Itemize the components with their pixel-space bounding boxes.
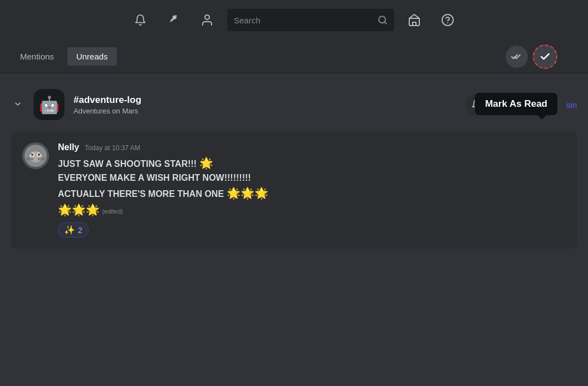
channel-info: #adventure-log Adventures on Mars [74, 95, 457, 115]
message-line2: EVERYONE MAKE A WISH RIGHT NOW!!!!!!!!! [58, 171, 566, 185]
top-bar-right-icons [403, 9, 459, 31]
mark-read-circle-button[interactable] [533, 44, 557, 69]
channel-icon: 🤖 [33, 89, 65, 120]
reaction-container: ✨ 2 [58, 218, 566, 237]
help-button[interactable] [437, 9, 459, 31]
reaction-button[interactable]: ✨ 2 [58, 222, 89, 237]
inbox-icon [408, 13, 421, 27]
mark-read-checkmark-button[interactable] [506, 46, 528, 68]
message-body: Nelly Today at 10:37 AM JUST SAW A SHOOT… [58, 142, 566, 237]
svg-point-14 [35, 158, 37, 160]
double-check-icon [511, 51, 522, 62]
message-line1: JUST SAW A SHOOTING STAR!!! 🌟 [58, 155, 566, 171]
bell-button[interactable] [129, 9, 151, 31]
partial-text: sin [566, 100, 577, 110]
search-icon [378, 15, 388, 25]
tabs-bar: Mentions Unreads Mark As Read [0, 40, 588, 73]
message-line3: ACTUALLY THERE'S MORE THAN ONE 🌟🌟🌟 [58, 185, 566, 201]
message-text: JUST SAW A SHOOTING STAR!!! 🌟 EVERYONE M… [58, 155, 566, 218]
tooltip-text: Mark As Read [475, 93, 557, 115]
top-bar [0, 0, 588, 40]
collapse-button[interactable] [11, 97, 24, 112]
pin-button[interactable] [163, 9, 185, 31]
help-icon [441, 13, 454, 27]
avatar [22, 142, 49, 169]
message-header: Nelly Today at 10:37 AM [58, 142, 566, 152]
tab-unreads[interactable]: Unreads [67, 47, 117, 66]
bell-icon [134, 14, 146, 26]
search-bar[interactable] [227, 9, 394, 31]
search-input[interactable] [234, 16, 373, 25]
message-line4: 🌟🌟🌟 (edited) [58, 201, 566, 218]
message-username: Nelly [58, 142, 79, 152]
mark-as-read-tooltip: Mark As Read [475, 93, 557, 115]
pin-icon [168, 14, 180, 26]
svg-point-0 [205, 15, 209, 19]
inbox-button[interactable] [403, 9, 425, 31]
top-bar-icons [129, 9, 218, 31]
message-row: Nelly Today at 10:37 AM JUST SAW A SHOOT… [22, 142, 566, 237]
message-timestamp: Today at 10:37 AM [85, 144, 140, 152]
tab-mentions[interactable]: Mentions [11, 47, 63, 66]
person-icon [200, 13, 214, 27]
reaction-count: 2 [78, 226, 82, 235]
message-card: Nelly Today at 10:37 AM JUST SAW A SHOOT… [11, 131, 577, 249]
chevron-down-icon [13, 100, 22, 108]
check-icon [540, 51, 551, 62]
channel-name: #adventure-log [74, 95, 457, 106]
nelly-avatar [22, 142, 49, 169]
person-button[interactable] [196, 9, 218, 31]
reaction-emoji: ✨ [64, 225, 75, 235]
channel-description: Adventures on Mars [74, 107, 457, 115]
